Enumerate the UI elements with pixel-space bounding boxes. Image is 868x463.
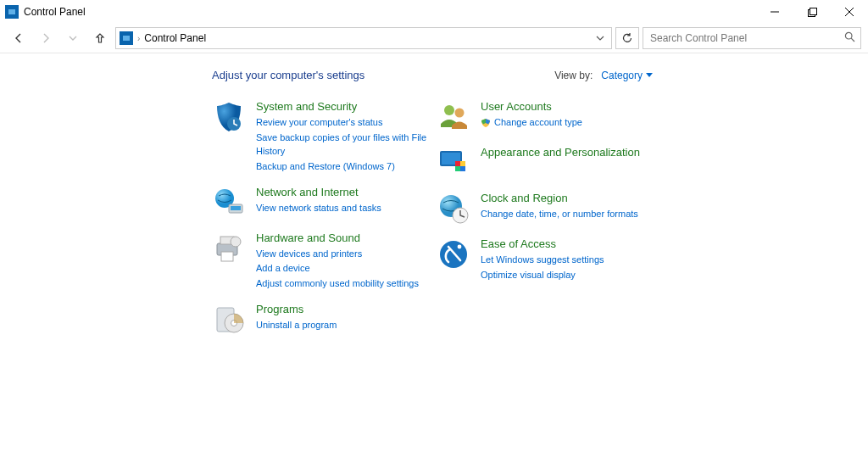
category-ease-of-access: Ease of Access Let Windows suggest setti…: [437, 237, 653, 282]
clock-globe-icon: [437, 192, 470, 226]
address-bar[interactable]: › Control Panel: [115, 27, 612, 49]
category-link-network[interactable]: Network and Internet: [256, 186, 381, 200]
sublink[interactable]: Change date, time, or number formats: [481, 208, 638, 221]
nav-bar: › Control Panel: [0, 24, 868, 53]
ease-of-access-icon: [437, 237, 470, 271]
category-link-hardware[interactable]: Hardware and Sound: [256, 232, 419, 246]
title-bar: Control Panel: [0, 0, 868, 24]
svg-rect-19: [460, 161, 465, 166]
disc-box-icon: [212, 303, 246, 337]
category-clock-region: Clock and Region Change date, time, or n…: [437, 192, 653, 226]
view-by-dropdown[interactable]: Category: [601, 70, 653, 81]
sublink[interactable]: Backup and Restore (Windows 7): [256, 160, 428, 174]
svg-point-2: [845, 32, 852, 39]
svg-rect-6: [231, 206, 241, 210]
category-column-right: User Accounts Change account type: [437, 100, 653, 337]
category-link-appearance[interactable]: Appearance and Personalization: [481, 146, 640, 160]
svg-point-25: [458, 245, 462, 249]
svg-point-14: [444, 105, 454, 115]
category-programs: Programs Uninstall a program: [212, 303, 428, 337]
category-appearance: Appearance and Personalization: [437, 146, 653, 180]
category-network: Network and Internet View network status…: [212, 186, 428, 220]
category-link-users[interactable]: User Accounts: [481, 100, 582, 114]
breadcrumb-separator-icon: ›: [136, 34, 141, 43]
monitor-swatch-icon: [437, 146, 470, 180]
shield-icon: [212, 100, 246, 134]
sublink-label: Change account type: [494, 116, 582, 130]
category-link-system[interactable]: System and Security: [256, 100, 428, 114]
view-by-value: Category: [601, 70, 643, 81]
content-area: Adjust your computer's settings View by:…: [0, 53, 868, 337]
sublink[interactable]: View devices and printers: [256, 248, 419, 261]
address-history-button[interactable]: [593, 34, 608, 42]
svg-rect-9: [221, 252, 233, 261]
category-hardware: Hardware and Sound View devices and prin…: [212, 232, 428, 292]
window-title: Control Panel: [24, 6, 86, 18]
control-panel-icon: [5, 5, 19, 19]
printer-icon: [212, 232, 246, 265]
back-button[interactable]: [7, 27, 31, 49]
search-icon[interactable]: [844, 31, 855, 45]
refresh-button[interactable]: [615, 27, 639, 49]
users-icon: [437, 100, 470, 134]
category-column-left: System and Security Review your computer…: [212, 100, 428, 337]
recent-locations-button[interactable]: [61, 27, 85, 49]
sublink[interactable]: Adjust commonly used mobility settings: [256, 277, 419, 291]
page-title: Adjust your computer's settings: [212, 69, 364, 81]
view-by-label: View by:: [554, 70, 593, 81]
sublink[interactable]: Add a device: [256, 262, 419, 276]
svg-rect-21: [460, 166, 465, 171]
svg-point-15: [455, 109, 465, 118]
search-input[interactable]: [648, 31, 844, 45]
view-by-control: View by: Category: [554, 70, 653, 81]
sublink[interactable]: Review your computer's status: [256, 116, 428, 130]
category-user-accounts: User Accounts Change account type: [437, 100, 653, 134]
category-system-security: System and Security Review your computer…: [212, 100, 428, 174]
svg-rect-18: [455, 161, 460, 166]
globe-network-icon: [212, 186, 246, 220]
address-bar-icon: [120, 31, 133, 45]
svg-rect-20: [455, 166, 460, 171]
sublink[interactable]: Save backup copies of your files with Fi…: [256, 131, 428, 159]
close-button[interactable]: [831, 0, 868, 24]
sublink[interactable]: Let Windows suggest settings: [481, 254, 604, 267]
svg-point-24: [440, 241, 467, 268]
forward-button[interactable]: [34, 27, 58, 49]
sublink[interactable]: View network status and tasks: [256, 202, 381, 215]
maximize-button[interactable]: [793, 0, 831, 24]
search-box[interactable]: [643, 27, 861, 49]
category-link-ease[interactable]: Ease of Access: [481, 237, 604, 252]
category-link-programs[interactable]: Programs: [256, 303, 337, 317]
svg-point-10: [231, 237, 241, 247]
sublink[interactable]: Uninstall a program: [256, 319, 337, 332]
minimize-button[interactable]: [756, 0, 793, 24]
breadcrumb-text[interactable]: Control Panel: [144, 32, 589, 44]
svg-rect-1: [810, 8, 816, 14]
uac-shield-icon: [481, 118, 491, 128]
sublink[interactable]: Change account type: [481, 116, 582, 130]
sublink[interactable]: Optimize visual display: [481, 269, 604, 282]
category-link-clock[interactable]: Clock and Region: [481, 192, 638, 206]
up-button[interactable]: [88, 27, 112, 49]
